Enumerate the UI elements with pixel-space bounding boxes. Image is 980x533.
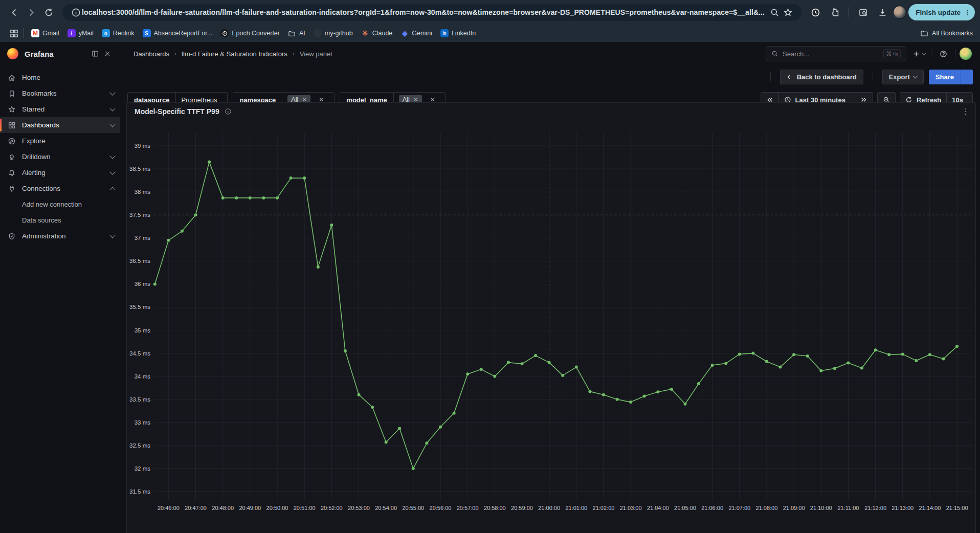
svg-text:21:07:00: 21:07:00	[728, 505, 750, 511]
svg-text:21:10:00: 21:10:00	[810, 505, 832, 511]
finish-update-menu-icon[interactable]	[964, 9, 971, 16]
chevron-up-icon[interactable]	[109, 187, 115, 192]
sidebar-item-dashboards[interactable]: Dashboards	[0, 117, 120, 133]
series-point	[521, 362, 524, 365]
tab-search-icon[interactable]	[854, 4, 872, 21]
bookmark-absencereportfor-[interactable]: SAbsenceReportFor...	[139, 27, 217, 40]
svg-text:35.5 ms: 35.5 ms	[129, 304, 150, 310]
chevron-down-icon[interactable]	[109, 232, 115, 238]
back-icon[interactable]	[5, 4, 23, 21]
bookmark-reolink[interactable]: oReolink	[98, 27, 139, 40]
sidebar-header: Grafana	[0, 42, 120, 65]
svg-text:20:50:00: 20:50:00	[266, 505, 288, 511]
svg-text:32 ms: 32 ms	[135, 465, 151, 472]
downloads-icon[interactable]	[874, 4, 891, 21]
site-info-icon[interactable]	[70, 6, 82, 18]
series-point	[901, 352, 904, 356]
sidebar-item-starred[interactable]: Starred	[0, 101, 120, 117]
sidebar-item-add-new-connection[interactable]: Add new connection	[0, 196, 120, 212]
svg-text:20:47:00: 20:47:00	[185, 505, 207, 511]
sidebar-item-alerting[interactable]: Alerting	[0, 165, 120, 181]
chevron-down-icon[interactable]	[109, 90, 115, 95]
extensions-puzzle-icon[interactable]	[826, 4, 843, 21]
sidebar-item-connections[interactable]: Connections	[0, 181, 120, 196]
forward-icon[interactable]	[23, 4, 40, 21]
sidebar-item-data-sources[interactable]: Data sources	[0, 212, 120, 228]
zoom-icon[interactable]	[768, 6, 781, 19]
series-point	[697, 382, 700, 385]
breadcrumb-item[interactable]: llm-d Failure & Saturation Indicators	[182, 50, 287, 58]
add-new-icon[interactable]	[911, 46, 927, 61]
reload-icon[interactable]	[40, 4, 57, 21]
series-point	[439, 426, 442, 429]
sidebar-item-home[interactable]: Home	[0, 70, 120, 85]
share-button[interactable]: Share	[929, 70, 961, 84]
dock-sidebar-icon[interactable]	[89, 48, 101, 60]
close-sidebar-icon[interactable]	[101, 48, 114, 60]
bookmark-my-github[interactable]: my-github	[309, 27, 357, 40]
share-menu-caret[interactable]	[961, 70, 973, 84]
grafana-app: Grafana HomeBookmarksStarredDashboardsEx…	[0, 42, 980, 533]
series-point	[480, 368, 483, 371]
breadcrumb-separator: ›	[293, 50, 295, 57]
series-point	[330, 224, 333, 227]
panel-info-icon[interactable]	[225, 108, 232, 115]
series-point	[738, 352, 741, 356]
search-icon	[771, 50, 778, 57]
series-point	[276, 196, 279, 199]
finish-update-button[interactable]: Finish update	[908, 4, 975, 20]
browser-profile-avatar[interactable]	[893, 6, 906, 19]
sidebar-item-label: Starred	[22, 105, 44, 113]
bookmark-linkedin[interactable]: inLinkedIn	[436, 27, 480, 40]
bookmark-gmail[interactable]: MGmail	[27, 27, 63, 40]
sidebar-item-administration[interactable]: Administration	[0, 228, 120, 244]
svg-text:20:49:00: 20:49:00	[239, 505, 261, 511]
breadcrumb-item[interactable]: Dashboards	[133, 50, 169, 58]
extension-clock-icon[interactable]	[807, 4, 824, 21]
grafana-brand: Grafana	[25, 50, 89, 58]
chevron-down-icon[interactable]	[109, 121, 115, 127]
bookmark-gemini[interactable]: ◆Gemini	[396, 27, 436, 40]
bookmark-claude[interactable]: ✳Claude	[357, 27, 397, 40]
panel-header[interactable]: Model-Specific TTFT P99 ⋮	[127, 103, 975, 120]
chevron-down-icon[interactable]	[109, 153, 115, 159]
series-point	[181, 230, 184, 233]
export-button[interactable]: Export	[882, 70, 924, 84]
series-point	[412, 467, 415, 470]
search-input[interactable]: Search... ⌘+k	[766, 46, 906, 61]
sidebar-item-explore[interactable]: Explore	[0, 133, 120, 149]
svg-text:20:53:00: 20:53:00	[348, 505, 370, 511]
grafana-logo[interactable]	[7, 48, 18, 59]
url-text[interactable]: localhost:3000/d/llm-d-failure-saturatio…	[82, 8, 768, 16]
sidebar-item-label: Drilldown	[22, 153, 51, 161]
bookmark-epoch-converter[interactable]: Epoch Converter	[216, 27, 284, 40]
apps-grid-icon[interactable]	[7, 27, 20, 40]
panel-menu-icon[interactable]: ⋮	[962, 107, 969, 116]
chart-series	[153, 161, 959, 470]
svg-text:20:55:00: 20:55:00	[402, 505, 424, 511]
svg-text:21:00:00: 21:00:00	[538, 505, 560, 511]
url-bar[interactable]: localhost:3000/d/llm-d-failure-saturatio…	[62, 4, 801, 21]
series-point	[507, 361, 510, 364]
svg-text:37 ms: 37 ms	[135, 235, 151, 241]
sidebar-item-bookmarks[interactable]: Bookmarks	[0, 85, 120, 101]
chevron-down-icon[interactable]	[109, 169, 115, 174]
sidebar-item-drilldown[interactable]: Drilldown	[0, 149, 120, 165]
back-to-dashboard-button[interactable]: Back to dashboard	[780, 70, 863, 84]
series-point	[874, 348, 877, 351]
series-point	[955, 345, 959, 348]
svg-text:21:14:00: 21:14:00	[919, 505, 941, 511]
plug-icon	[8, 185, 16, 193]
chevron-down-icon[interactable]	[109, 105, 115, 111]
svg-text:21:13:00: 21:13:00	[892, 505, 914, 511]
svg-text:36 ms: 36 ms	[135, 281, 151, 287]
bookmark-ai[interactable]: AI	[284, 27, 309, 40]
help-icon[interactable]	[936, 46, 951, 61]
ttft-line-chart[interactable]: 39 ms38.5 ms38 ms37.5 ms37 ms36.5 ms36 m…	[127, 127, 975, 533]
bookmark-star-icon[interactable]	[781, 6, 794, 19]
grafana-profile-avatar[interactable]	[960, 48, 972, 60]
folder-favicon-icon	[288, 29, 296, 37]
bookmark-ymail[interactable]: /yMail	[63, 27, 98, 40]
svg-text:33 ms: 33 ms	[135, 419, 151, 426]
all-bookmarks-button[interactable]: All Bookmarks	[920, 29, 973, 37]
